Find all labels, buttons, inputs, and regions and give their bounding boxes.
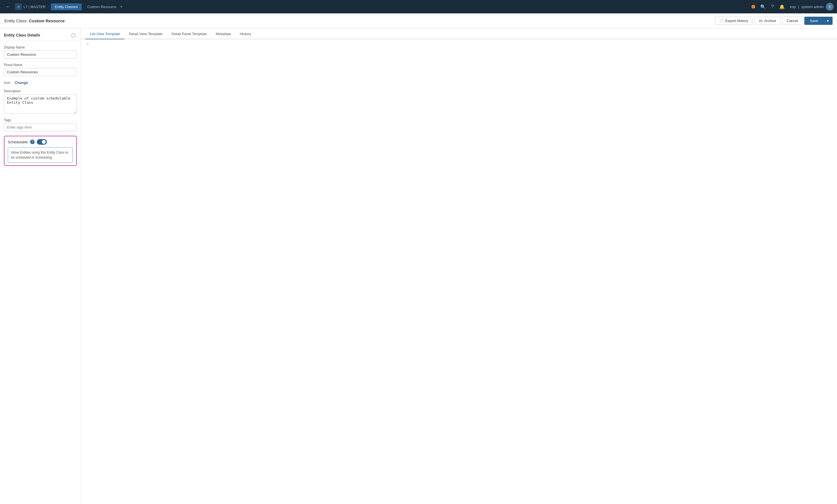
tab-history[interactable]: History [235, 29, 255, 39]
right-panel: List View Template Detail View Template … [81, 29, 837, 504]
code-editor[interactable]: 1 [81, 39, 837, 49]
custom-resource-tab[interactable]: Custom Resource [84, 3, 120, 10]
bell-icon: 🔔 [779, 4, 785, 9]
code-line-1: 1 [81, 41, 837, 47]
language-label: esp [790, 5, 796, 9]
top-nav: ← ⊞ L7 | MASTER | Entity Classes Custom … [0, 0, 837, 13]
plural-name-row: Plural Name [4, 63, 77, 76]
display-name-row: Display Name [4, 45, 77, 58]
avatar[interactable]: S [826, 3, 834, 11]
tab-close-button[interactable]: × [120, 4, 123, 9]
description-label: Description [4, 89, 77, 93]
archive-icon: 🗃 [759, 19, 763, 23]
export-history-button[interactable]: 📄 Export History [715, 17, 752, 25]
collapse-icon: ◯ [71, 33, 76, 37]
description-row: Description Example of custom schedulabl… [4, 89, 77, 114]
plural-name-input[interactable] [4, 68, 77, 76]
schedulable-row: Schedulable ? [8, 139, 73, 145]
tags-label: Tags [4, 118, 77, 122]
plural-name-label: Plural Name [4, 63, 77, 67]
entity-classes-tab[interactable]: Entity Classes [51, 3, 82, 10]
change-icon-link[interactable]: Change [15, 80, 28, 85]
left-panel: Entity Class Details ◯ Display Name Plur… [0, 29, 81, 504]
user-name: system admin [801, 5, 824, 9]
user-section: esp | system admin S [790, 3, 834, 11]
tabs-bar: List View Template Detail View Template … [81, 29, 837, 39]
help-icon: ? [771, 4, 774, 9]
tab-detail-view[interactable]: Detail View Template [124, 29, 167, 39]
icon-row: Icon Change [4, 80, 77, 85]
icon-label: Icon [4, 81, 10, 85]
description-input[interactable]: Example of custom schedulable Entity Cla… [4, 94, 77, 114]
save-dropdown-button[interactable]: ▼ [823, 17, 833, 25]
main-layout: Entity Class Details ◯ Display Name Plur… [0, 29, 837, 504]
cancel-button[interactable]: Cancel [783, 17, 802, 25]
back-button[interactable]: ← [3, 3, 13, 11]
schedulable-toggle[interactable] [37, 139, 47, 145]
panel-body: Display Name Plural Name Icon Change Des… [0, 41, 81, 170]
toggle-thumb [42, 140, 46, 144]
tab-metadata[interactable]: Metadata [211, 29, 235, 39]
schedulable-description: Allow Entities using this Entity Class t… [8, 147, 73, 163]
display-name-input[interactable] [4, 51, 77, 58]
panel-title: Entity Class Details [4, 33, 40, 37]
archive-button[interactable]: 🗃 Archive [755, 17, 780, 25]
app-icon: ⊞ [15, 3, 22, 10]
search-icon: 🔍 [760, 4, 766, 9]
tab-content: 1 [81, 39, 837, 504]
tags-row: Tags [4, 118, 77, 131]
breadcrumb-sep1: | [48, 5, 49, 8]
status-indicator [751, 5, 755, 8]
save-button-group: Save ▼ [804, 17, 833, 25]
line-number-1: 1 [81, 41, 92, 47]
toggle-track[interactable] [37, 139, 47, 145]
tab-list-view[interactable]: List View Template [85, 29, 124, 39]
custom-resource-tab-group: Custom Resource × [84, 3, 123, 10]
panel-header: Entity Class Details ◯ [0, 29, 81, 41]
schedulable-label: Schedulable [8, 140, 28, 144]
display-name-label: Display Name [4, 45, 77, 49]
app-name: L7 | MASTER [23, 5, 46, 9]
tags-input[interactable] [4, 123, 77, 131]
page-header: Entity Class: Custom Resource 📄 Export H… [0, 13, 837, 29]
page-actions: 📄 Export History 🗃 Archive Cancel Save ▼ [715, 17, 833, 25]
save-button[interactable]: Save [804, 17, 823, 25]
search-icon-button[interactable]: 🔍 [760, 4, 766, 10]
collapse-panel-button[interactable]: ◯ [70, 32, 77, 38]
app-label: ⊞ L7 | MASTER [15, 3, 46, 10]
nav-right: 🔍 ? 🔔 esp | system admin S [751, 3, 834, 11]
export-icon: 📄 [719, 19, 724, 23]
schedulable-help-icon[interactable]: ? [30, 139, 35, 144]
tab-detail-panel[interactable]: Detail Panel Template [167, 29, 211, 39]
schedulable-section: Schedulable ? Allow Entities using this … [4, 136, 77, 166]
help-icon-button[interactable]: ? [771, 4, 774, 10]
notification-icon-button[interactable]: 🔔 [779, 4, 785, 10]
page-title: Entity Class: Custom Resource [4, 18, 65, 23]
